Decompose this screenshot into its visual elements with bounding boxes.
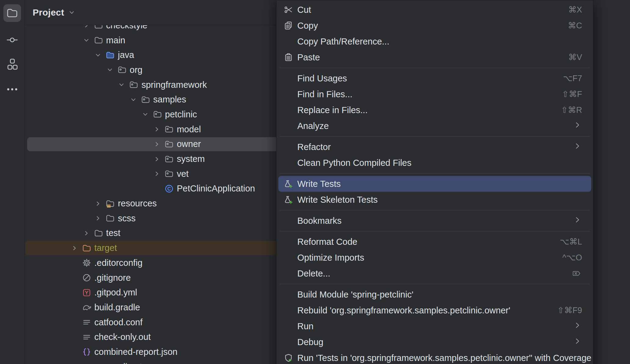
- menu-item-label: Bookmarks: [297, 216, 342, 226]
- tree-row-org[interactable]: org: [25, 62, 289, 77]
- chevron-down-icon[interactable]: [105, 65, 114, 74]
- tree-row-test[interactable]: test: [25, 226, 289, 241]
- folder-package-icon: [164, 169, 174, 179]
- tree-row-label: springframework: [141, 80, 207, 90]
- tree-row-check-only-out[interactable]: check-only.out: [25, 330, 289, 344]
- tree-row-model[interactable]: model: [25, 122, 289, 137]
- menu-item-optimize-imports[interactable]: Optimize Imports^⌥O: [278, 250, 591, 266]
- menu-separator: [280, 173, 590, 173]
- indent-spacer: [70, 318, 79, 327]
- tree-row-label: .gitpod.yml: [94, 287, 137, 298]
- chevron-down-icon[interactable]: [141, 110, 150, 119]
- menu-item-run-tests-in-org-springframework-samples-petclinic-owner-with-coverage[interactable]: Run 'Tests in 'org.springframework.sampl…: [278, 350, 591, 364]
- tree-row-label: target: [94, 243, 117, 253]
- tree-row-gitignore[interactable]: .gitignore: [25, 270, 289, 285]
- indent-spacer: [70, 258, 79, 267]
- tree-row-label: test: [106, 228, 121, 238]
- menu-item-replace-in-files[interactable]: Replace in Files...⇧⌘R: [278, 102, 591, 118]
- menu-item-paste[interactable]: Paste⌘V: [278, 49, 591, 65]
- menu-item-find-in-files[interactable]: Find in Files...⇧⌘F: [278, 86, 591, 102]
- activity-bar: [0, 0, 25, 364]
- menu-item-analyze[interactable]: Analyze: [278, 118, 591, 134]
- menu-shortcut: ⌘C: [556, 21, 582, 30]
- tree-row-java[interactable]: java: [25, 48, 289, 62]
- tree-row-vet[interactable]: vet: [25, 166, 289, 181]
- menu-item-clean-python-compiled-files[interactable]: Clean Python Compiled Files: [278, 155, 591, 171]
- panel-title[interactable]: Project: [33, 7, 64, 18]
- more-icon: [5, 83, 19, 96]
- menu-shortcut: ⇧⌘F9: [545, 305, 582, 315]
- tree-row-label: model: [177, 124, 201, 134]
- chevron-right-icon[interactable]: [82, 229, 91, 238]
- menu-item-delete[interactable]: Delete...: [278, 266, 591, 281]
- tree-row-scss[interactable]: scss: [25, 211, 289, 226]
- menu-separator: [280, 284, 590, 284]
- tree-row-system[interactable]: system: [25, 152, 289, 166]
- chevron-right-icon[interactable]: [70, 244, 79, 253]
- icon-placeholder: [283, 216, 294, 226]
- tree-row-samples[interactable]: samples: [25, 92, 289, 107]
- menu-item-label: Write Tests: [297, 179, 341, 189]
- chevron-right-icon[interactable]: [152, 140, 161, 149]
- menu-shortcut: ⌘V: [556, 52, 582, 62]
- structure-tool-button[interactable]: [3, 55, 21, 73]
- chevron-down-icon[interactable]: [93, 51, 103, 60]
- menu-item-build-module-spring-petclinic[interactable]: Build Module 'spring-petclinic': [278, 287, 591, 302]
- tree-row-resources[interactable]: resources: [25, 196, 289, 211]
- menu-shortcut: ⇧⌘R: [549, 105, 582, 115]
- icon-placeholder: [283, 289, 294, 300]
- project-tool-button[interactable]: [3, 4, 21, 22]
- tree-row-build-gradle[interactable]: build.gradle: [25, 300, 289, 315]
- project-panel-header: Project: [25, 0, 289, 25]
- structure-icon: [5, 58, 19, 71]
- tree-row-main[interactable]: main: [25, 33, 289, 48]
- menu-separator: [280, 136, 590, 137]
- chevron-down-icon[interactable]: [82, 36, 91, 45]
- chevron-down-icon[interactable]: [117, 80, 126, 89]
- menu-item-rebuild-org-springframework-samples-petclinic-owner[interactable]: Rebuild 'org.springframework.samples.pet…: [278, 302, 591, 318]
- scissors-icon: [283, 5, 294, 15]
- menu-shortcut: [559, 268, 582, 279]
- menu-item-label: Copy Path/Reference...: [297, 37, 389, 47]
- menu-item-copy[interactable]: Copy⌘C: [278, 18, 591, 34]
- chevron-right-icon[interactable]: [152, 169, 161, 178]
- chevron-down-icon[interactable]: [68, 9, 76, 16]
- indent-spacer: [70, 362, 79, 364]
- chevron-right-icon[interactable]: [152, 125, 161, 134]
- tree-row-label: .editorconfig: [94, 258, 143, 268]
- icon-placeholder: [283, 121, 294, 131]
- tree-row-petclinicapplication[interactable]: CPetClinicApplication: [25, 181, 289, 196]
- flask-plus-icon: [283, 194, 294, 205]
- tree-row-label: scss: [118, 213, 136, 223]
- tree-row-owner[interactable]: owner: [25, 137, 289, 152]
- tree-row-gitpod-yml[interactable]: .gitpod.yml: [25, 285, 289, 300]
- chevron-right-icon[interactable]: [93, 214, 103, 223]
- chevron-right-icon[interactable]: [152, 155, 161, 164]
- tree-row-petclinic[interactable]: petclinic: [25, 107, 289, 122]
- tree-row-cover-cli-out[interactable]: cover-cli.out: [25, 359, 289, 364]
- menu-item-run[interactable]: Run: [278, 318, 591, 334]
- icon-placeholder: [283, 237, 294, 247]
- menu-item-refactor[interactable]: Refactor: [278, 139, 591, 155]
- menu-item-copy-path-reference[interactable]: Copy Path/Reference...: [278, 34, 591, 49]
- menu-item-cut[interactable]: Cut⌘X: [278, 2, 591, 18]
- tree-row-editorconfig[interactable]: .editorconfig: [25, 255, 289, 270]
- menu-item-find-usages[interactable]: Find Usages⌥F7: [278, 70, 591, 86]
- menu-item-write-tests[interactable]: Write Tests: [278, 176, 591, 192]
- chevron-down-icon[interactable]: [129, 95, 138, 104]
- tree-row-catfood-conf[interactable]: catfood.conf: [25, 315, 289, 330]
- tree-row-target[interactable]: target: [25, 241, 289, 255]
- commit-tool-button[interactable]: [3, 31, 21, 49]
- chevron-right-icon[interactable]: [93, 199, 103, 208]
- tree-row-springframework[interactable]: springframework: [25, 77, 289, 92]
- menu-item-debug[interactable]: Debug: [278, 334, 591, 350]
- more-tools-button[interactable]: [3, 80, 21, 98]
- tree-row-label: catfood.conf: [94, 317, 143, 327]
- menu-item-write-skeleton-tests[interactable]: Write Skeleton Tests: [278, 192, 591, 208]
- folder-resources-icon: [105, 198, 115, 209]
- tree-row-combined-report-json[interactable]: combined-report.json: [25, 344, 289, 359]
- text-file-icon: [81, 317, 92, 327]
- submenu-arrow-icon: [573, 120, 582, 132]
- menu-item-bookmarks[interactable]: Bookmarks: [278, 213, 591, 229]
- menu-item-reformat-code[interactable]: Reformat Code⌥⌘L: [278, 234, 591, 250]
